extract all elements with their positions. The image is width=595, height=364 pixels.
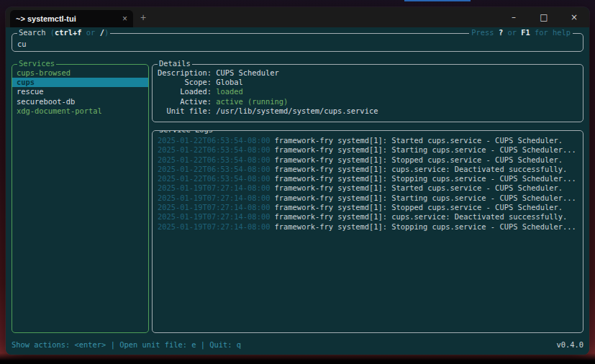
services-panel: Services cups-browsed cups rescue secure… xyxy=(12,64,149,333)
log-line: 2025-01-22T06:53:54-08:00framework-fry s… xyxy=(158,145,583,155)
details-panel-title: Details xyxy=(158,59,192,68)
search-input[interactable]: Search (ctrl+f or /) Press ? or F1 for h… xyxy=(12,33,583,52)
log-line: 2025-01-22T06:53:54-08:00framework-fry s… xyxy=(158,165,583,174)
wallpaper-accent-streak xyxy=(404,0,471,1)
service-item-xdg-document-portal[interactable]: xdg-document-portal xyxy=(12,106,148,116)
help-hint: Press ? or F1 for help xyxy=(469,28,573,37)
title-bar[interactable]: ~> systemctl-tui × + – □ × xyxy=(6,7,589,27)
tab-systemctl-tui[interactable]: ~> systemctl-tui × xyxy=(10,10,133,27)
service-logs-panel-title: Service Logs xyxy=(158,130,214,134)
service-item-cups-browsed[interactable]: cups-browsed xyxy=(12,68,148,78)
log-line: 2025-01-19T07:27:14-08:00framework-fry s… xyxy=(158,183,583,193)
search-panel-title: Search (ctrl+f or /) xyxy=(17,28,110,37)
details-rows: Description:CUPS Scheduler Scope:Global … xyxy=(153,65,583,116)
log-line: 2025-01-19T07:27:14-08:00framework-fry s… xyxy=(158,203,583,212)
services-panel-title: Services xyxy=(17,59,56,68)
service-item-cups[interactable]: cups xyxy=(12,78,148,87)
desktop-wallpaper: ~> systemctl-tui × + – □ × Search (ctrl+… xyxy=(0,0,595,364)
status-bar: Show actions: <enter> | Open unit file: … xyxy=(12,340,583,350)
version-label: v0.4.0 xyxy=(556,340,583,350)
log-line: 2025-01-19T07:27:14-08:00framework-fry s… xyxy=(158,194,583,203)
detail-row-active: Active:active (running) xyxy=(158,97,583,106)
maximize-button[interactable]: □ xyxy=(529,7,559,27)
minimize-button[interactable]: – xyxy=(499,7,529,27)
terminal-window: ~> systemctl-tui × + – □ × Search (ctrl+… xyxy=(6,7,589,355)
services-list: cups-browsed cups rescue secureboot-db x… xyxy=(12,65,148,116)
log-line: 2025-01-19T07:27:14-08:00framework-fry s… xyxy=(158,222,583,232)
service-logs-panel[interactable]: Service Logs 2025-01-22T06:53:54-08:00fr… xyxy=(152,130,583,333)
service-item-rescue[interactable]: rescue xyxy=(12,87,148,96)
window-controls: – □ × xyxy=(499,7,589,27)
detail-row-loaded: Loaded:loaded xyxy=(158,87,583,96)
terminal-content: Search (ctrl+f or /) Press ? or F1 for h… xyxy=(6,27,589,355)
search-query-text: cu xyxy=(17,40,27,48)
keybinding-hints: Show actions: <enter> | Open unit file: … xyxy=(12,340,241,350)
service-item-secureboot-db[interactable]: secureboot-db xyxy=(12,97,148,106)
detail-row-description: Description:CUPS Scheduler xyxy=(158,68,583,78)
log-lines: 2025-01-22T06:53:54-08:00framework-fry s… xyxy=(153,131,583,232)
tab-close-icon[interactable]: × xyxy=(122,14,127,23)
log-line: 2025-01-19T07:27:14-08:00framework-fry s… xyxy=(158,212,583,222)
detail-row-scope: Scope:Global xyxy=(158,78,583,87)
log-line: 2025-01-22T06:53:54-08:00framework-fry s… xyxy=(158,155,583,165)
log-line: 2025-01-22T06:53:54-08:00framework-fry s… xyxy=(158,136,583,145)
new-tab-button[interactable]: + xyxy=(140,12,146,23)
tab-title: ~> systemctl-tui xyxy=(16,14,117,23)
close-button[interactable]: × xyxy=(559,7,589,27)
details-panel: Details Description:CUPS Scheduler Scope… xyxy=(152,64,583,122)
detail-row-unit-file: Unit file:/usr/lib/systemd/system/cups.s… xyxy=(158,106,583,116)
log-line: 2025-01-22T06:53:54-08:00framework-fry s… xyxy=(158,174,583,183)
